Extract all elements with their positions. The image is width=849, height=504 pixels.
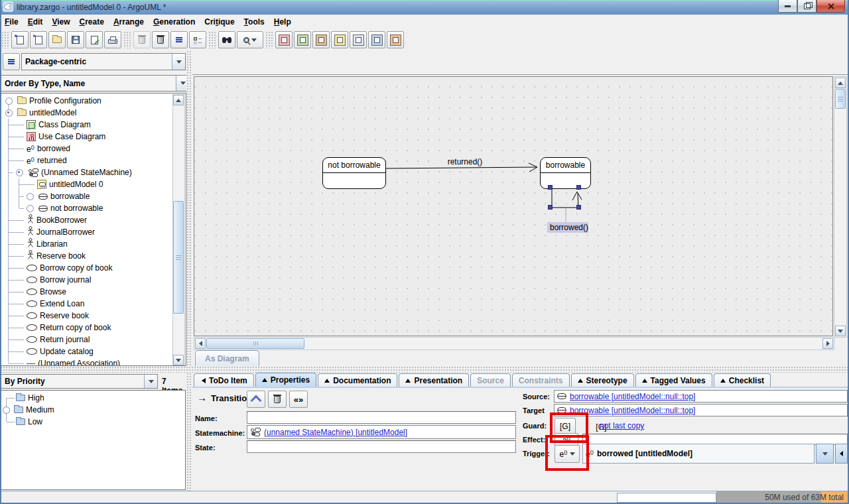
new-usecase-diagram-button[interactable]	[275, 31, 293, 48]
scrollbar-thumb[interactable]	[835, 89, 846, 109]
tree-item-update-catalog[interactable]: Update catalog	[1, 346, 94, 357]
tree-item-browse[interactable]: Browse	[1, 286, 66, 298]
zoom-button[interactable]	[237, 31, 263, 48]
tab-documentation[interactable]: Documentation	[318, 373, 397, 387]
diagram-canvas[interactable]: not borrowable borrowable returned() bor…	[194, 76, 833, 336]
state-not-borrowable[interactable]: not borrowable	[322, 157, 386, 189]
new-activity-diagram-button[interactable]	[350, 31, 367, 48]
selection-handle[interactable]	[576, 205, 581, 210]
menu-arrange[interactable]: Arrange	[109, 16, 149, 28]
tab-stereotype[interactable]: Stereotype	[571, 373, 634, 387]
tree-item-borrow-copy-of-book[interactable]: Borrow copy of book	[1, 262, 112, 274]
print-button[interactable]	[104, 31, 121, 48]
expander-icon[interactable]	[5, 97, 13, 105]
menu-generation[interactable]: Generation	[149, 16, 200, 28]
tree-item-borrow-journal[interactable]: Borrow journal	[1, 274, 91, 286]
scroll-up-button[interactable]	[835, 78, 846, 88]
name-field[interactable]	[247, 411, 516, 424]
splitter-horizontal[interactable]	[0, 366, 849, 373]
tree-item-librarian[interactable]: Librarian	[1, 238, 68, 250]
new-project-button[interactable]	[30, 31, 47, 48]
tree-item-untitledmodel-0[interactable]: untitledModel 0	[1, 178, 103, 190]
minimize-button[interactable]	[778, 0, 797, 13]
tree-item-unnamed-association[interactable]: (Unnamed Association)	[1, 357, 120, 366]
selection-handle[interactable]	[548, 205, 553, 210]
tab-presentation[interactable]: Presentation	[399, 373, 469, 387]
source-link[interactable]: borrowable [untitledModel::null::top]	[570, 392, 695, 401]
order-by-combo[interactable]: Order By Type, Name	[1, 75, 190, 92]
scrollbar-thumb[interactable]	[206, 338, 304, 349]
perspective-config-button[interactable]	[3, 53, 20, 70]
expander-icon[interactable]	[5, 109, 13, 117]
find-button[interactable]	[218, 31, 235, 48]
checklist-button[interactable]	[189, 31, 206, 48]
splitter-vertical[interactable]	[186, 74, 192, 366]
todo-tree[interactable]: High Medium Low	[1, 390, 186, 490]
menu-file[interactable]: File	[0, 16, 23, 28]
critique-list-button[interactable]	[170, 31, 188, 48]
combo-dropdown-button[interactable]	[172, 54, 185, 70]
scroll-right-button[interactable]	[822, 338, 833, 349]
guard-link[interactable]: not last copy	[600, 421, 644, 430]
tree-item-returned[interactable]: returned	[1, 155, 67, 166]
delete-button[interactable]	[268, 391, 287, 408]
open-project-button[interactable]	[48, 31, 66, 48]
scroll-left-button[interactable]	[195, 338, 206, 349]
state-field[interactable]	[247, 440, 516, 453]
diagram-edges[interactable]	[194, 77, 833, 336]
new-statechart-diagram-button[interactable]	[331, 31, 348, 48]
maximize-button[interactable]	[797, 0, 816, 13]
explorer-scrollbar[interactable]	[172, 94, 185, 366]
tab-tagged-values[interactable]: Tagged Values	[635, 373, 712, 387]
editor-vscrollbar[interactable]	[834, 76, 847, 338]
tab-checklist[interactable]: Checklist	[714, 373, 771, 387]
editor-hscrollbar[interactable]	[194, 337, 834, 350]
menu-help[interactable]: Help	[269, 16, 296, 28]
tree-item-not-borrowable[interactable]: not borrowable	[1, 202, 103, 214]
todo-filter-combo[interactable]: By Priority	[1, 374, 158, 389]
tree-item-return-journal[interactable]: Return journal	[1, 334, 90, 346]
menu-create[interactable]: Create	[75, 16, 109, 28]
expander-icon[interactable]	[16, 169, 23, 176]
combo-dropdown-button[interactable]	[144, 375, 157, 388]
tree-item-journalborrower[interactable]: JournalBorrower	[1, 226, 95, 238]
scroll-down-button[interactable]	[835, 326, 846, 336]
navigate-up-button[interactable]	[247, 391, 265, 408]
tree-item-reserve-book-actor[interactable]: Reserve book	[1, 250, 86, 262]
tab-todo-item[interactable]: ToDo Item	[194, 373, 254, 387]
selection-handle[interactable]	[548, 185, 553, 190]
scrollbar-thumb[interactable]	[173, 201, 184, 314]
tree-item-bookborrower[interactable]: BookBorrower	[1, 214, 87, 226]
explorer-tree[interactable]: Profile Configuration untitledModel Clas…	[1, 93, 186, 366]
export-button[interactable]	[86, 31, 103, 48]
new-class-diagram-button[interactable]	[294, 31, 311, 48]
stereotype-button[interactable]	[289, 391, 308, 408]
trigger-combo-dropdown-button[interactable]	[816, 444, 834, 464]
tree-item-reserve-book[interactable]: Reserve book	[1, 310, 89, 322]
trigger-back-button[interactable]	[835, 444, 848, 464]
tree-item-profile-configuration[interactable]: Profile Configuration	[1, 95, 101, 107]
tree-item-untitledmodel[interactable]: untitledModel	[1, 107, 76, 119]
new-sequence-diagram-button[interactable]	[312, 31, 330, 48]
todo-item-low[interactable]: Low	[1, 416, 42, 428]
tree-item-borrowed[interactable]: borrowed	[1, 143, 70, 155]
menu-view[interactable]: View	[47, 16, 74, 28]
scroll-up-button[interactable]	[173, 95, 184, 105]
new-collaboration-diagram-button[interactable]	[368, 31, 385, 48]
state-borrowable[interactable]: borrowable	[540, 157, 591, 189]
statemachine-link[interactable]: (unnamed StateMachine) [untitledModel]	[264, 428, 407, 437]
tab-as-diagram[interactable]: As Diagram	[195, 350, 259, 366]
splitter-vertical[interactable]	[186, 50, 192, 74]
todo-item-medium[interactable]: Medium	[1, 404, 54, 416]
new-deployment-diagram-button[interactable]	[387, 31, 404, 48]
transition-label-borrowed[interactable]: borrowed()	[547, 222, 588, 233]
new-button[interactable]	[11, 31, 29, 48]
close-button[interactable]	[816, 0, 845, 13]
target-link[interactable]: borrowable [untitledModel::null::top]	[570, 406, 695, 415]
delete-from-model-button[interactable]	[152, 31, 169, 48]
splitter-vertical[interactable]	[186, 373, 192, 491]
expander-icon[interactable]	[3, 407, 10, 414]
menu-tools[interactable]: Tools	[239, 16, 269, 28]
todo-item-high[interactable]: High	[1, 392, 44, 404]
expander-icon[interactable]	[27, 205, 34, 212]
